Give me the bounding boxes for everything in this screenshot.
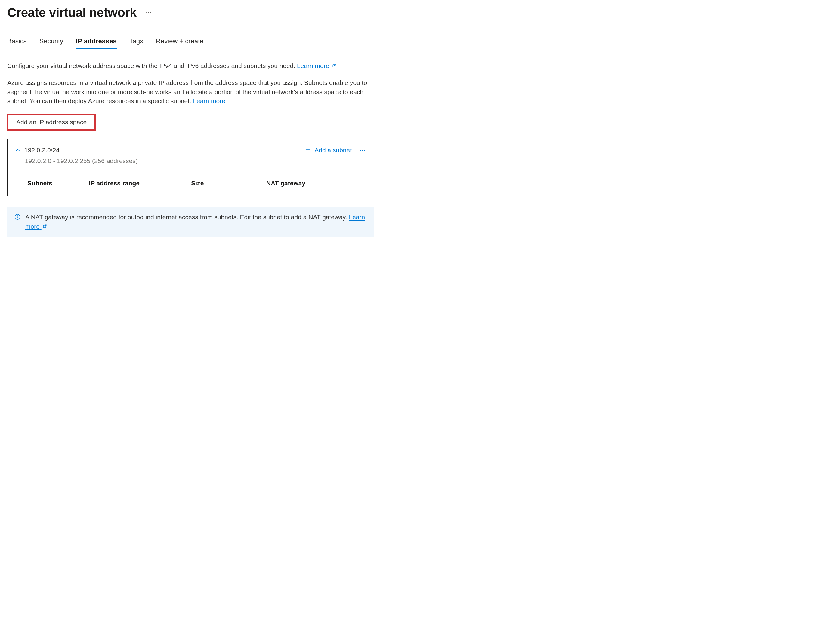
external-link-icon bbox=[43, 223, 47, 230]
address-space-more-icon[interactable]: ⋯ bbox=[360, 147, 366, 153]
subnets-table: Subnets IP address range Size NAT gatewa… bbox=[25, 177, 366, 191]
page-title: Create virtual network bbox=[7, 5, 137, 20]
intro-1-text: Configure your virtual network address s… bbox=[7, 62, 297, 69]
column-header-nat-gateway: NAT gateway bbox=[264, 177, 366, 191]
tab-security[interactable]: Security bbox=[40, 37, 63, 49]
add-address-space-highlight: Add an IP address space bbox=[7, 114, 96, 131]
intro-paragraph-2: Azure assigns resources in a virtual net… bbox=[7, 78, 368, 106]
address-space-range-text: 192.0.2.0 - 192.0.2.255 (256 addresses) bbox=[25, 157, 366, 165]
address-space-card: 192.0.2.0/24 Add a subnet ⋯ 192.0.2.0 - … bbox=[7, 139, 374, 196]
learn-more-2-text: Learn more bbox=[193, 97, 225, 104]
tab-ip-addresses[interactable]: IP addresses bbox=[76, 37, 117, 49]
learn-more-link-2[interactable]: Learn more bbox=[193, 97, 225, 104]
wizard-tabs: Basics Security IP addresses Tags Review… bbox=[7, 37, 833, 49]
address-space-cidr: 192.0.2.0/24 bbox=[24, 146, 59, 154]
chevron-up-icon[interactable] bbox=[15, 148, 20, 152]
nat-gateway-info-banner: A NAT gateway is recommended for outboun… bbox=[7, 207, 374, 238]
add-subnet-label: Add a subnet bbox=[314, 146, 352, 154]
intro-2-text: Azure assigns resources in a virtual net… bbox=[7, 79, 367, 104]
external-link-icon bbox=[332, 62, 337, 69]
column-header-size: Size bbox=[189, 177, 264, 191]
learn-more-1-text: Learn more bbox=[297, 62, 329, 69]
info-icon bbox=[15, 213, 21, 222]
svg-point-5 bbox=[17, 216, 18, 216]
tab-basics[interactable]: Basics bbox=[7, 37, 27, 49]
page-more-icon[interactable]: ⋯ bbox=[145, 9, 152, 16]
plus-icon bbox=[306, 146, 311, 154]
column-header-ip-range: IP address range bbox=[86, 177, 189, 191]
learn-more-link-1[interactable]: Learn more bbox=[297, 62, 337, 69]
tab-tags[interactable]: Tags bbox=[129, 37, 143, 49]
intro-paragraph-1: Configure your virtual network address s… bbox=[7, 61, 368, 70]
add-ip-address-space-button[interactable]: Add an IP address space bbox=[9, 115, 94, 129]
add-subnet-button[interactable]: Add a subnet bbox=[306, 146, 352, 154]
column-header-subnets: Subnets bbox=[25, 177, 86, 191]
tab-review-create[interactable]: Review + create bbox=[156, 37, 204, 49]
info-banner-text: A NAT gateway is recommended for outboun… bbox=[25, 214, 349, 220]
